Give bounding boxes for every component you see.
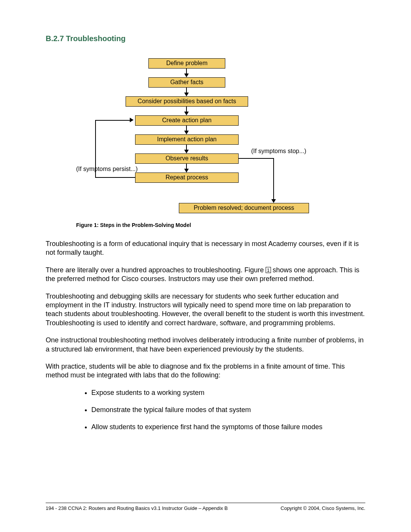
- list-item: Expose students to a working system: [91, 388, 365, 397]
- flow-connector: [95, 120, 131, 121]
- flow-step-1: Define problem: [148, 58, 225, 69]
- flow-step-5: Implement action plan: [135, 134, 239, 145]
- page: B.2.7 Troubleshooting Define problem Gat…: [0, 0, 411, 532]
- flow-note-stop: (If symptoms stop...): [251, 148, 306, 155]
- arrow-down-icon: [271, 199, 276, 203]
- flow-connector: [238, 158, 274, 159]
- flow-step-2: Gather facts: [148, 77, 225, 88]
- flow-note-persist: (If symptoms persist...): [76, 166, 138, 173]
- page-footer: 194 - 238 CCNA 2: Routers and Routing Ba…: [46, 503, 365, 511]
- footer-divider: [46, 503, 365, 503]
- footer-right: Copyright © 2004, Cisco Systems, Inc.: [280, 505, 365, 511]
- flow-connector: [186, 125, 187, 131]
- figure-ref-icon: 1: [266, 267, 271, 273]
- body-text: Troubleshooting is a form of educational…: [46, 240, 365, 432]
- flowchart: Define problem Gather facts Consider pos…: [72, 58, 339, 214]
- flow-connector: [186, 106, 187, 112]
- text-run: There are literally over a hundred appro…: [46, 266, 266, 274]
- flow-connector: [186, 68, 187, 73]
- flow-connector: [186, 144, 187, 150]
- paragraph: Troubleshooting and debugging skills are…: [46, 292, 365, 328]
- flow-connector: [273, 158, 274, 199]
- flow-step-7: Repeat process: [135, 173, 239, 183]
- arrow-down-icon: [184, 73, 189, 77]
- paragraph: One instructional troubleshooting method…: [46, 336, 365, 354]
- arrow-down-icon: [184, 150, 189, 153]
- section-heading: B.2.7 Troubleshooting: [46, 34, 365, 43]
- flow-step-4: Create action plan: [135, 115, 239, 126]
- arrow-down-icon: [184, 169, 189, 173]
- arrow-down-icon: [184, 112, 189, 115]
- flow-step-6: Observe results: [135, 153, 239, 164]
- flow-final: Problem resolved; document process: [179, 203, 309, 213]
- paragraph: With practice, students will be able to …: [46, 362, 365, 380]
- paragraph: There are literally over a hundred appro…: [46, 266, 365, 284]
- figure-caption: Figure 1: Steps in the Problem-Solving M…: [76, 222, 365, 228]
- list-item: Demonstrate the typical failure modes of…: [91, 406, 365, 414]
- flow-connector: [186, 163, 187, 169]
- footer-left: 194 - 238 CCNA 2: Routers and Routing Ba…: [46, 505, 228, 511]
- arrow-down-icon: [184, 131, 189, 134]
- flow-connector: [95, 177, 135, 178]
- bullet-list: Expose students to a working system Demo…: [46, 388, 365, 432]
- arrow-right-icon: [130, 118, 134, 122]
- list-item: Allow students to experience first hand …: [91, 423, 365, 431]
- arrow-down-icon: [184, 93, 189, 96]
- paragraph: Troubleshooting is a form of educational…: [46, 240, 365, 257]
- flow-connector: [186, 87, 187, 93]
- flow-step-3: Consider possibilities based on facts: [126, 96, 248, 107]
